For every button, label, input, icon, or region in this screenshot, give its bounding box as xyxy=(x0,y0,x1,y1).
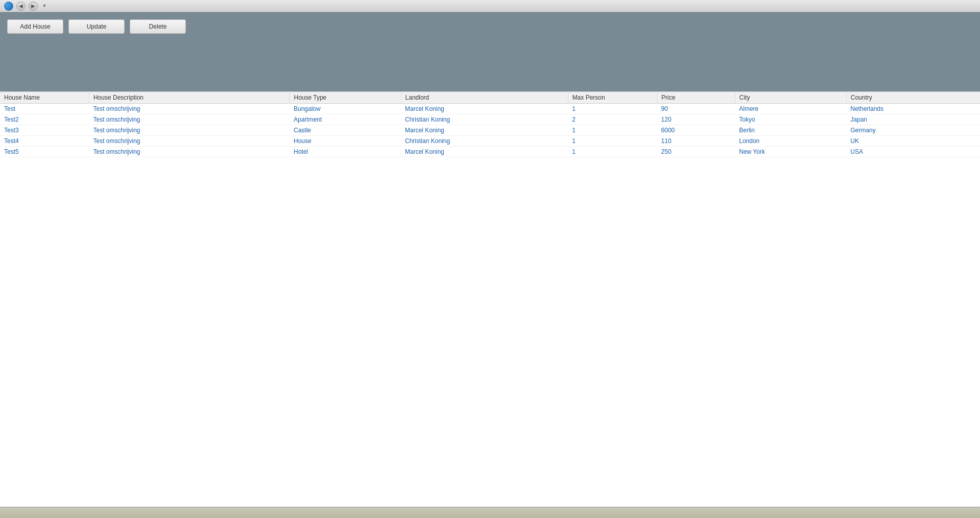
cell-landlord: Christian Koning xyxy=(401,136,568,147)
cell-landlord: Marcel Koning xyxy=(401,125,568,136)
table-row[interactable]: TestTest omschrijvingBungalowMarcel Koni… xyxy=(0,104,980,114)
cell-price: 90 xyxy=(657,104,735,114)
cell-city: Berlin xyxy=(735,125,846,136)
cell-house_description: Test omschrijving xyxy=(89,136,290,147)
cell-price: 120 xyxy=(657,114,735,125)
cell-house_type: Apartment xyxy=(290,114,401,125)
col-header-house-description: House Description xyxy=(89,92,290,104)
add-house-button[interactable]: Add House xyxy=(7,19,63,34)
cell-max_person: 1 xyxy=(568,104,657,114)
update-button[interactable]: Update xyxy=(68,19,125,34)
cell-city: Tokyo xyxy=(735,114,846,125)
cell-country: USA xyxy=(846,147,980,157)
forward-button[interactable]: ▶ xyxy=(29,2,38,11)
cell-house_type: House xyxy=(290,136,401,147)
col-header-price: Price xyxy=(657,92,735,104)
cell-max_person: 2 xyxy=(568,114,657,125)
cell-price: 6000 xyxy=(657,125,735,136)
cell-country: Netherlands xyxy=(846,104,980,114)
cell-house_name: Test3 xyxy=(0,125,89,136)
cell-house_description: Test omschrijving xyxy=(89,104,290,114)
cell-house_name: Test4 xyxy=(0,136,89,147)
col-header-country: Country xyxy=(846,92,980,104)
table-header-row: House Name House Description House Type … xyxy=(0,92,980,104)
col-header-max-person: Max Person xyxy=(568,92,657,104)
cell-max_person: 1 xyxy=(568,125,657,136)
cell-country: UK xyxy=(846,136,980,147)
table-row[interactable]: Test4Test omschrijvingHouseChristian Kon… xyxy=(0,136,980,147)
table-row[interactable]: Test2Test omschrijvingApartmentChristian… xyxy=(0,114,980,125)
cell-house_type: Hotel xyxy=(290,147,401,157)
cell-house_description: Test omschrijving xyxy=(89,125,290,136)
cell-max_person: 1 xyxy=(568,136,657,147)
cell-max_person: 1 xyxy=(568,147,657,157)
browser-globe-icon xyxy=(4,2,13,11)
cell-city: New York xyxy=(735,147,846,157)
cell-landlord: Christian Koning xyxy=(401,114,568,125)
col-header-house-name: House Name xyxy=(0,92,89,104)
nav-dropdown-button[interactable]: ▼ xyxy=(41,2,48,11)
cell-house_type: Bungalow xyxy=(290,104,401,114)
status-bar xyxy=(0,507,980,518)
table-row[interactable]: Test3Test omschrijvingCastleMarcel Konin… xyxy=(0,125,980,136)
cell-house_type: Castle xyxy=(290,125,401,136)
cell-house_description: Test omschrijving xyxy=(89,147,290,157)
col-header-house-type: House Type xyxy=(290,92,401,104)
cell-country: Japan xyxy=(846,114,980,125)
cell-house_name: Test xyxy=(0,104,89,114)
back-button[interactable]: ◀ xyxy=(16,2,26,11)
cell-city: Almere xyxy=(735,104,846,114)
cell-price: 110 xyxy=(657,136,735,147)
cell-price: 250 xyxy=(657,147,735,157)
header-area: Add House Update Delete xyxy=(0,12,980,91)
table-area: House Name House Description House Type … xyxy=(0,91,980,157)
col-header-city: City xyxy=(735,92,846,104)
cell-landlord: Marcel Koning xyxy=(401,104,568,114)
cell-city: London xyxy=(735,136,846,147)
cell-house_name: Test5 xyxy=(0,147,89,157)
delete-button[interactable]: Delete xyxy=(130,19,186,34)
cell-landlord: Marcel Koning xyxy=(401,147,568,157)
cell-country: Germany xyxy=(846,125,980,136)
browser-chrome: ◀ ▶ ▼ xyxy=(0,0,980,12)
col-header-landlord: Landlord xyxy=(401,92,568,104)
table-row[interactable]: Test5Test omschrijvingHotelMarcel Koning… xyxy=(0,147,980,157)
cell-house_name: Test2 xyxy=(0,114,89,125)
cell-house_description: Test omschrijving xyxy=(89,114,290,125)
houses-table: House Name House Description House Type … xyxy=(0,91,980,157)
